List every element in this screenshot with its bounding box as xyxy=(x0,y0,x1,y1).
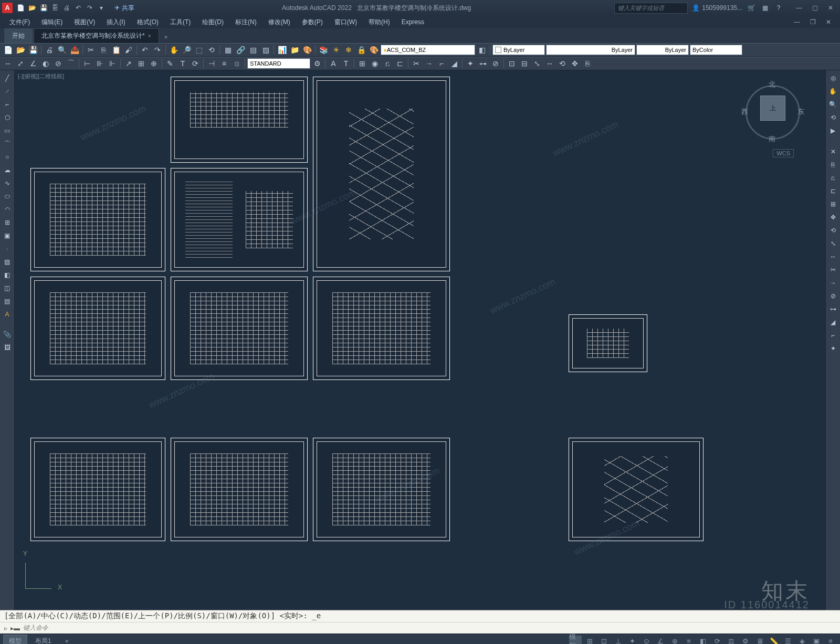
nav-zoom-icon[interactable]: 🔍 xyxy=(827,99,839,110)
sb-model-button[interactable]: 模型 xyxy=(569,636,582,645)
open-drawing-icon[interactable]: 📂 xyxy=(15,44,26,56)
dim-jog-icon[interactable]: ⎅ xyxy=(231,58,243,69)
cart-icon[interactable]: 🛒 xyxy=(747,3,756,13)
insert-block-icon[interactable]: ⊞ xyxy=(2,217,13,228)
xline-icon[interactable]: ⟋ xyxy=(2,86,13,97)
paste-icon[interactable]: 📋 xyxy=(110,44,122,56)
mod-join-icon[interactable]: ⊶ xyxy=(827,303,839,315)
fillet-icon[interactable]: ⌐ xyxy=(436,58,447,69)
undo-icon[interactable]: ↶ xyxy=(74,3,83,13)
new-icon[interactable]: 📄 xyxy=(16,3,25,13)
menu-help[interactable]: 帮助(H) xyxy=(363,16,395,28)
menu-modify[interactable]: 修改(M) xyxy=(263,16,296,28)
layer-lock-icon[interactable]: 🔒 xyxy=(355,44,367,56)
mod-copy-icon[interactable]: ⎘ xyxy=(827,159,839,171)
color-dropdown[interactable]: ByLayer xyxy=(492,45,545,55)
region-icon[interactable]: ◫ xyxy=(2,282,13,294)
offset-icon[interactable]: ⊏ xyxy=(394,58,406,69)
sb-otrack-icon[interactable]: ∠ xyxy=(654,636,667,645)
revcloud-icon[interactable]: ☁ xyxy=(2,164,13,176)
layer-dropdown[interactable]: ● ACS_COM_BZ xyxy=(381,45,475,55)
mod-mirror-icon[interactable]: ⎌ xyxy=(827,172,839,184)
mod-explode-icon[interactable]: ✦ xyxy=(827,343,839,354)
sb-units-icon[interactable]: 📏 xyxy=(768,636,780,645)
doc-close-button[interactable]: ✕ xyxy=(821,17,836,27)
mod-stretch-icon[interactable]: ↔ xyxy=(827,251,839,262)
add-layout-button[interactable]: + xyxy=(59,636,75,645)
sb-custom-icon[interactable]: ≡ xyxy=(824,636,837,645)
menu-view[interactable]: 视图(V) xyxy=(69,16,100,28)
sb-grid-icon[interactable]: ⊞ xyxy=(583,636,596,645)
nav-orbit-icon[interactable]: ⟲ xyxy=(827,112,839,123)
lineweight-dropdown[interactable]: ByLayer xyxy=(636,45,689,55)
layer-state-icon[interactable]: ☀ xyxy=(330,44,342,56)
menu-dimension[interactable]: 标注(N) xyxy=(230,16,262,28)
sb-osnap-icon[interactable]: ⊙ xyxy=(640,636,653,645)
user-account[interactable]: 👤 1505999135... xyxy=(692,4,742,12)
dim-arc-icon[interactable]: ⌒ xyxy=(65,58,77,69)
sb-polar-icon[interactable]: ✦ xyxy=(626,636,638,645)
attach-img-icon[interactable]: 🖼 xyxy=(2,342,13,353)
close-button[interactable]: ✕ xyxy=(823,3,838,13)
dim-ordinate-icon[interactable]: ⊢ xyxy=(81,58,93,69)
undo-tb-icon[interactable]: ↶ xyxy=(139,44,151,56)
layer-manager-icon[interactable]: 📚 xyxy=(318,44,329,56)
extend-icon[interactable]: → xyxy=(423,58,435,69)
save-icon[interactable]: 💾 xyxy=(39,3,48,13)
properties-icon[interactable]: 📊 xyxy=(276,44,288,56)
layout1-tab[interactable]: 布局1 xyxy=(29,635,57,644)
table-draw-icon[interactable]: ▤ xyxy=(2,295,13,307)
linetype-dropdown[interactable]: ByLayer xyxy=(546,45,635,55)
preview-icon[interactable]: 🔍 xyxy=(56,44,68,56)
copy-icon[interactable]: ⎘ xyxy=(98,44,109,56)
nav-showmotion-icon[interactable]: ▶ xyxy=(827,125,839,136)
dim-aligned-icon[interactable]: ⤢ xyxy=(15,58,26,69)
nav-pan-icon[interactable]: ✋ xyxy=(827,86,839,97)
mod-trim-icon[interactable]: ✂ xyxy=(827,264,839,276)
array-rect-icon[interactable]: ⊞ xyxy=(356,58,368,69)
ungroup-icon[interactable]: ⊟ xyxy=(519,58,530,69)
dim-style-mgr-icon[interactable]: ⚙ xyxy=(311,58,323,69)
doc-restore-button[interactable]: ❐ xyxy=(805,17,820,27)
tab-close-icon[interactable]: × xyxy=(148,33,151,39)
sb-clean-icon[interactable]: ▣ xyxy=(810,636,823,645)
sb-anno-icon[interactable]: ⚖ xyxy=(725,636,738,645)
menu-param[interactable]: 参数(P) xyxy=(297,16,328,28)
menu-insert[interactable]: 插入(I) xyxy=(101,16,130,28)
mod-rotate-icon[interactable]: ⟲ xyxy=(827,225,839,236)
ellipse-icon[interactable]: ⬭ xyxy=(2,191,13,202)
sb-ws-icon[interactable]: ⚙ xyxy=(739,636,752,645)
point-icon[interactable]: · xyxy=(2,243,13,255)
save-drawing-icon[interactable]: 💾 xyxy=(27,44,39,56)
mod-array-icon[interactable]: ⊞ xyxy=(827,198,839,210)
sb-qprop-icon[interactable]: ☰ xyxy=(782,636,794,645)
help-icon[interactable]: ? xyxy=(774,3,783,13)
zoom-previous-icon[interactable]: ⟲ xyxy=(206,44,217,56)
array-polar-icon[interactable]: ◉ xyxy=(369,58,381,69)
mod-chamfer-icon[interactable]: ◢ xyxy=(827,316,839,328)
tolerance-icon[interactable]: ⊞ xyxy=(135,58,147,69)
redo-icon[interactable]: ↷ xyxy=(85,3,94,13)
table-icon[interactable]: ▤ xyxy=(247,44,259,56)
ucs-icon[interactable]: X Y xyxy=(25,557,57,589)
ellipse-arc-icon[interactable]: ◠ xyxy=(2,204,13,215)
hatch-icon[interactable]: ▨ xyxy=(260,44,271,56)
center-mark-icon[interactable]: ⊕ xyxy=(148,58,160,69)
menu-express[interactable]: Express xyxy=(396,17,429,27)
mod-scale-icon[interactable]: ⤡ xyxy=(827,238,839,249)
menu-window[interactable]: 窗口(W) xyxy=(329,16,362,28)
explode-icon[interactable]: ✦ xyxy=(465,58,476,69)
share-button[interactable]: ✈ 共享 xyxy=(110,3,139,14)
tab-start[interactable]: 开始 xyxy=(4,28,33,43)
mtext-draw-icon[interactable]: A xyxy=(2,309,13,320)
viewport-label[interactable]: [-][俯视][二维线框] xyxy=(18,72,64,80)
move-icon[interactable]: ✥ xyxy=(569,58,581,69)
line-icon[interactable]: ╱ xyxy=(2,72,13,84)
menu-file[interactable]: 文件(F) xyxy=(4,16,35,28)
plot-icon[interactable]: 🖨 xyxy=(62,3,71,13)
viewcube[interactable]: 上 北 南 东 西 xyxy=(741,81,804,144)
viewcube-east[interactable]: 东 xyxy=(797,107,804,117)
dim-break-icon[interactable]: ⊣ xyxy=(206,58,217,69)
rotate-icon[interactable]: ⟲ xyxy=(556,58,568,69)
arc-icon[interactable]: ⌒ xyxy=(2,138,13,150)
